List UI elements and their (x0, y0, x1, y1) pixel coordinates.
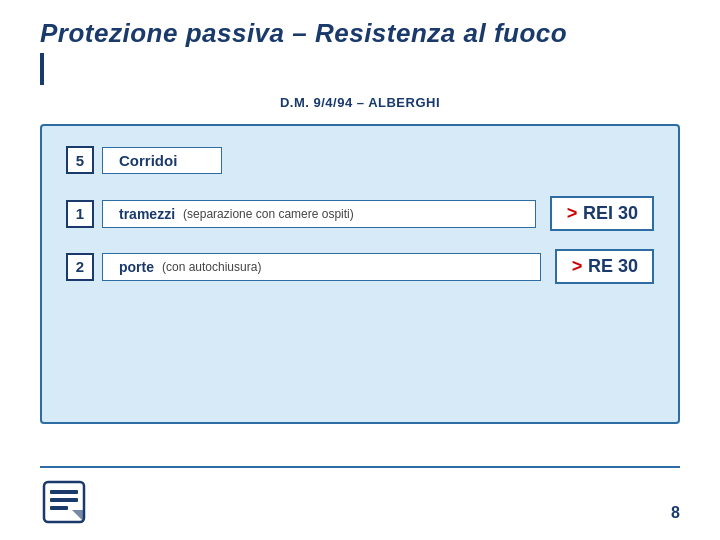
row-1-number: 1 (66, 200, 94, 228)
row-1-main-label: tramezzi (119, 206, 175, 222)
title-underline (40, 53, 44, 85)
page-title: Protezione passiva – Resistenza al fuoco (40, 18, 680, 49)
row-1-result-box: > REI 30 (550, 196, 654, 231)
svg-rect-2 (50, 498, 78, 502)
svg-rect-1 (50, 490, 78, 494)
footer-logo (40, 478, 88, 526)
logo-icon (40, 478, 88, 526)
page-number: 8 (671, 504, 680, 522)
section-number: 5 (66, 146, 94, 174)
main-content-box: 5 Corridoi 1 tramezzi (separazione con c… (40, 124, 680, 424)
row-1-arrow: > (566, 203, 577, 224)
row-2-content: porte (con autochiusura) (102, 253, 541, 281)
svg-rect-3 (50, 506, 68, 510)
section-label: Corridoi (102, 147, 222, 174)
subtitle: D.M. 9/4/94 – ALBERGHI (40, 95, 680, 110)
detail-row-2: 2 porte (con autochiusura) > RE 30 (66, 249, 654, 284)
row-1-result: REI 30 (583, 203, 638, 224)
row-2-sub-label: (con autochiusura) (162, 260, 261, 274)
section-row-corridoi: 5 Corridoi (66, 146, 654, 174)
row-2-result-box: > RE 30 (555, 249, 654, 284)
row-2-main-label: porte (119, 259, 154, 275)
detail-row-1: 1 tramezzi (separazione con camere ospit… (66, 196, 654, 231)
row-1-sub-label: (separazione con camere ospiti) (183, 207, 354, 221)
row-2-result: RE 30 (588, 256, 638, 277)
row-2-arrow: > (571, 256, 582, 277)
page: Protezione passiva – Resistenza al fuoco… (0, 0, 720, 540)
row-1-content: tramezzi (separazione con camere ospiti) (102, 200, 536, 228)
row-2-number: 2 (66, 253, 94, 281)
header: Protezione passiva – Resistenza al fuoco… (0, 0, 720, 110)
footer-line (40, 466, 680, 468)
